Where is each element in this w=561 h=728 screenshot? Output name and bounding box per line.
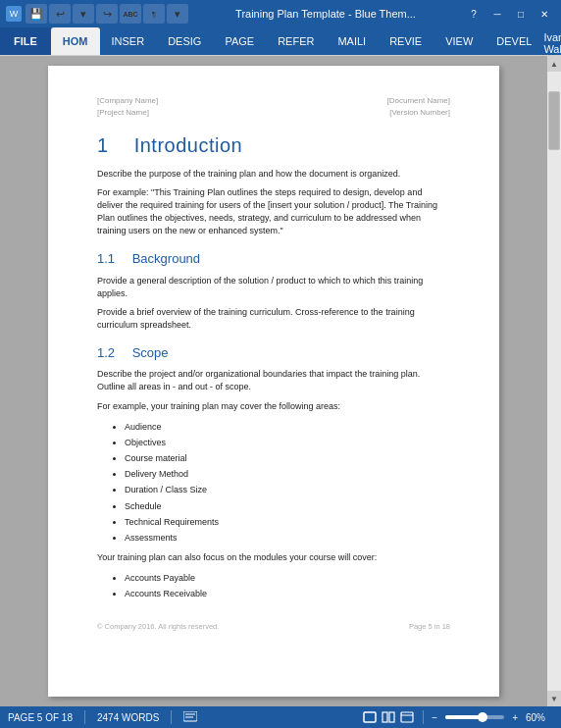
section1-2-number: 1.2 xyxy=(97,345,115,360)
status-bar: PAGE 5 OF 18 2474 WORDS − xyxy=(0,706,561,728)
status-sep-1 xyxy=(84,710,85,724)
header-left: [Company Name] [Project Name] xyxy=(97,95,158,119)
footer-page-info: Page 5 in 18 xyxy=(409,621,450,632)
page-footer: © Company 2016. All rights reserved. Pag… xyxy=(97,621,450,632)
section1-2-para3: Your training plan can also focus on the… xyxy=(97,551,450,564)
main-area: [Company Name] [Project Name] [Document … xyxy=(0,56,561,706)
section1-1-title: 1.1 Background xyxy=(97,249,450,269)
svg-rect-0 xyxy=(183,711,197,721)
bullet-technical: Technical Requirements xyxy=(125,514,450,530)
vertical-scrollbar[interactable]: ▲ ▼ xyxy=(547,56,561,706)
format-button[interactable]: ¶ xyxy=(143,4,165,24)
tab-page[interactable]: PAGE xyxy=(213,27,266,55)
modules-bullet-list: Accounts Payable Accounts Receivable xyxy=(125,570,450,601)
minimize-button[interactable]: ─ xyxy=(486,6,508,22)
scroll-thumb[interactable] xyxy=(548,91,560,150)
svg-rect-5 xyxy=(389,712,394,722)
section1-label: Introduction xyxy=(134,134,243,156)
section1-2-para1: Describe the project and/or organization… xyxy=(97,368,450,393)
document-container[interactable]: [Company Name] [Project Name] [Document … xyxy=(0,56,547,706)
maximize-button[interactable]: □ xyxy=(510,6,532,22)
page-header: [Company Name] [Project Name] [Document … xyxy=(97,95,450,119)
zoom-thumb[interactable] xyxy=(478,712,487,722)
undo-button[interactable]: ↩ xyxy=(49,4,71,24)
user-area: Ivan Walsh ▾ K xyxy=(543,31,561,55)
ruler-area: [Company Name] [Project Name] [Document … xyxy=(0,56,547,706)
redo-button[interactable]: ↪ xyxy=(96,4,118,24)
tab-home[interactable]: HOM xyxy=(51,27,100,55)
tab-review[interactable]: REVIE xyxy=(378,27,434,55)
section1-intro: Describe the purpose of the training pla… xyxy=(97,168,450,181)
window-controls: ? ─ □ ✕ xyxy=(463,6,555,22)
print-layout-icon[interactable] xyxy=(362,710,378,724)
ribbon-tab-bar: FILE HOM INSER DESIG PAGE REFER MAILI RE… xyxy=(0,27,561,55)
bullet-accounts-payable: Accounts Payable xyxy=(125,570,450,586)
footer-copyright: © Company 2016. All rights reserved. xyxy=(97,621,219,632)
bullet-delivery-method: Delivery Method xyxy=(125,466,450,482)
page-count-label: PAGE 5 OF 18 xyxy=(8,712,73,723)
tab-insert[interactable]: INSER xyxy=(100,27,157,55)
web-layout-icon[interactable] xyxy=(399,710,415,724)
tab-references[interactable]: REFER xyxy=(266,27,326,55)
page-count: PAGE 5 OF 18 xyxy=(8,712,73,723)
svg-rect-3 xyxy=(364,712,376,722)
tab-design[interactable]: DESIG xyxy=(156,27,213,55)
section1-2-title: 1.2 Scope xyxy=(97,343,450,363)
app-icon: W xyxy=(6,6,22,22)
proofing-icon xyxy=(183,711,197,723)
svg-rect-6 xyxy=(401,712,413,722)
zoom-in-button[interactable]: + xyxy=(512,712,518,723)
section1-1-number: 1.1 xyxy=(97,251,115,266)
undo-dropdown[interactable]: ▾ xyxy=(73,4,94,24)
tab-mailings[interactable]: MAILI xyxy=(326,27,378,55)
customize-button[interactable]: ▾ xyxy=(167,4,188,24)
section1-title: 1 Introduction xyxy=(97,130,450,160)
tab-view[interactable]: VIEW xyxy=(434,27,484,55)
window-title: Training Plan Template - Blue Them... xyxy=(188,8,463,20)
section1-example: For example: "This Training Plan outline… xyxy=(97,186,450,237)
document-page: [Company Name] [Project Name] [Document … xyxy=(48,66,499,697)
word-count: 2474 WORDS xyxy=(97,712,159,723)
company-name: [Company Name] xyxy=(97,95,158,107)
scroll-down-button[interactable]: ▼ xyxy=(547,691,561,706)
project-name: [Project Name] xyxy=(97,107,158,119)
view-icons xyxy=(362,710,415,724)
bullet-accounts-receivable: Accounts Receivable xyxy=(125,586,450,601)
document-name: [Document Name] xyxy=(387,95,450,107)
zoom-out-button[interactable]: − xyxy=(432,712,437,723)
zoom-level[interactable]: 60% xyxy=(526,712,553,723)
word-count-label: 2474 WORDS xyxy=(97,712,159,723)
scroll-track[interactable] xyxy=(547,72,561,691)
proofing-icon-area[interactable] xyxy=(183,711,197,723)
header-right: [Document Name] [Version Number] xyxy=(387,95,450,119)
section1-1-para1: Provide a general description of the sol… xyxy=(97,275,450,300)
spell-button[interactable]: ABC xyxy=(120,4,141,24)
read-mode-icon[interactable] xyxy=(381,710,396,724)
close-button[interactable]: ✕ xyxy=(534,6,555,22)
section1-1-para2: Provide a brief overview of the training… xyxy=(97,306,450,332)
status-sep-2 xyxy=(171,710,172,724)
zoom-filled xyxy=(445,715,481,719)
bullet-course-material: Course material xyxy=(125,450,450,466)
version-number: [Version Number] xyxy=(387,107,450,119)
bullet-duration: Duration / Class Size xyxy=(125,482,450,497)
title-bar: W 💾 ↩ ▾ ↪ ABC ¶ ▾ Training Plan Template… xyxy=(0,0,561,27)
svg-rect-4 xyxy=(382,712,387,722)
tab-file[interactable]: FILE xyxy=(0,27,51,55)
user-name: Ivan Walsh xyxy=(543,31,561,55)
status-sep-3 xyxy=(423,710,424,724)
title-bar-left: W 💾 ↩ ▾ ↪ ABC ¶ ▾ xyxy=(6,4,188,24)
scroll-up-button[interactable]: ▲ xyxy=(547,56,561,72)
bullet-objectives: Objectives xyxy=(125,435,450,450)
zoom-slider[interactable] xyxy=(445,715,504,719)
status-right: − + 60% xyxy=(362,710,553,724)
quick-access-toolbar: 💾 ↩ ▾ ↪ ABC ¶ ▾ xyxy=(26,4,188,24)
section1-number: 1 xyxy=(97,134,109,156)
tab-developer[interactable]: DEVEL xyxy=(484,27,543,55)
help-button[interactable]: ? xyxy=(463,6,484,22)
scope-bullet-list: Audience Objectives Course material Deli… xyxy=(125,419,450,546)
section1-1-label: Background xyxy=(132,251,200,266)
section1-2-para2: For example, your training plan may cove… xyxy=(97,400,450,413)
save-button[interactable]: 💾 xyxy=(26,4,47,24)
section1-2-label: Scope xyxy=(132,345,169,360)
